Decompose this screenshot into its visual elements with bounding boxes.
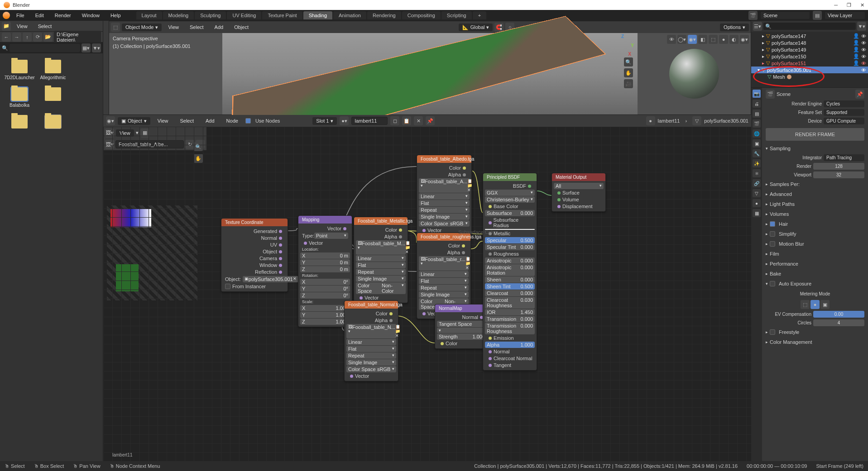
- device[interactable]: GPU Compute: [824, 118, 864, 124]
- snap-icon[interactable]: 🧲: [494, 23, 504, 32]
- breadcrumb-icon[interactable]: 🎬: [766, 90, 775, 99]
- panel-bake[interactable]: Bake: [766, 270, 864, 278]
- node-albedo[interactable]: Foosball_table_Albedo.tga Color Alpha 🖼▾…: [417, 155, 472, 236]
- folder-item[interactable]: Balabolka: [6, 87, 33, 108]
- panel-performance[interactable]: Performance: [766, 260, 864, 268]
- meter-3[interactable]: ▣: [820, 300, 830, 309]
- rtab-output[interactable]: 🖨: [753, 100, 761, 108]
- menu-window[interactable]: Window: [77, 11, 104, 19]
- folder-item[interactable]: Allegorithmic: [40, 60, 66, 80]
- close-button[interactable]: ✕: [860, 2, 864, 8]
- fb-back[interactable]: ←: [2, 33, 11, 42]
- menu-file[interactable]: File: [12, 11, 29, 19]
- orient-select[interactable]: 📐 Global ▾: [459, 24, 493, 31]
- ws-add[interactable]: +: [473, 11, 486, 19]
- ws-sculpting[interactable]: Sculpting: [195, 11, 226, 19]
- panel-film[interactable]: Film: [766, 250, 864, 258]
- folder-item[interactable]: [40, 115, 66, 135]
- ws-shading[interactable]: Shading: [303, 11, 332, 19]
- ev-comp[interactable]: 0.00: [813, 311, 864, 318]
- gizmo-icon[interactable]: ◯▾: [677, 35, 686, 44]
- scene-field[interactable]: Scene: [760, 11, 810, 19]
- rtab-physics[interactable]: ⚛: [753, 169, 761, 177]
- rtab-mesh[interactable]: ▽: [753, 189, 761, 197]
- circles[interactable]: 4: [813, 319, 864, 326]
- vp-object[interactable]: Object: [230, 23, 253, 31]
- mat-ico2[interactable]: ●: [646, 116, 655, 125]
- wire-icon[interactable]: ⬚: [709, 35, 718, 44]
- node-texcoord[interactable]: Texture Coordinate Generated Normal UV O…: [221, 218, 288, 292]
- fb-fwd[interactable]: →: [12, 33, 21, 42]
- vis-icon[interactable]: 👁: [667, 35, 676, 44]
- overlay-icon[interactable]: ◉▾: [688, 35, 697, 44]
- fb-editor-icon[interactable]: 📁: [2, 22, 11, 31]
- vp-select[interactable]: Select: [185, 23, 208, 31]
- fb-path[interactable]: D:\Eigene Dateien\: [54, 31, 101, 43]
- solid-icon[interactable]: ●: [719, 35, 728, 44]
- menu-edit[interactable]: Edit: [31, 11, 48, 19]
- meter-1[interactable]: ⬚: [801, 300, 810, 309]
- menu-render[interactable]: Render: [50, 11, 76, 19]
- outliner-mesh[interactable]: ▽ Mesh: [751, 73, 868, 80]
- slot-select[interactable]: Slot 1 ▾: [312, 117, 337, 125]
- panel-colormgmt[interactable]: Color Management: [766, 338, 864, 346]
- mode-select[interactable]: Object Mode ▾: [122, 24, 162, 31]
- panel-volumes[interactable]: Volumes: [766, 210, 864, 218]
- use-nodes-check[interactable]: [245, 118, 251, 124]
- outliner-item[interactable]: ▸ ▽ polySurface148👤 👁: [751, 39, 868, 46]
- outliner-icon[interactable]: ☰▾: [753, 22, 762, 31]
- panel-motionblur[interactable]: Motion Blur: [766, 240, 864, 248]
- panel-lightpaths[interactable]: Light Paths: [766, 200, 864, 208]
- node-principled[interactable]: Principled BSDF BSDF GGX ▾ Christensen-B…: [483, 173, 537, 371]
- node-normalmap[interactable]: NormalMap Normal Tangent Space ▾ ▾ Stren…: [435, 304, 489, 349]
- fb-refresh[interactable]: ⟳: [33, 33, 42, 42]
- folder-item[interactable]: 7D2DLauncher: [6, 60, 33, 80]
- rtab-texture[interactable]: ▦: [753, 209, 761, 217]
- matprev-icon[interactable]: ◐: [729, 35, 739, 44]
- ne-view[interactable]: View: [153, 117, 173, 125]
- fb-select[interactable]: Select: [34, 22, 57, 30]
- vp-editor-icon[interactable]: ⬚: [111, 23, 120, 32]
- rtab-material[interactable]: ●: [753, 199, 761, 207]
- maximize-button[interactable]: ❐: [847, 2, 851, 8]
- outliner-search[interactable]: [763, 23, 856, 30]
- render-samples[interactable]: 128: [813, 163, 864, 170]
- zoom-icon[interactable]: 🔍: [624, 57, 633, 67]
- fb-display[interactable]: ▦▾: [82, 43, 91, 52]
- viewport-3d[interactable]: [222, 33, 638, 114]
- rtab-object[interactable]: ▣: [753, 139, 761, 147]
- filter-icon[interactable]: ▼▾: [857, 22, 866, 31]
- ne-select[interactable]: Select: [175, 117, 198, 125]
- rtab-modifier[interactable]: 🔧: [753, 149, 761, 157]
- panel-freestyle[interactable]: Freestyle: [766, 328, 864, 336]
- outliner-item[interactable]: ▸ ▽ polySurface147👤 👁: [751, 33, 868, 39]
- outliner-item[interactable]: ▸ ▽ polySurface149👤 👁: [751, 46, 868, 53]
- meter-2[interactable]: ●: [810, 300, 820, 309]
- pin-icon[interactable]: 📌: [855, 90, 864, 99]
- node-object[interactable]: ▣ Object ▾: [118, 117, 150, 125]
- node-metallic[interactable]: Foosball_table_Metallic.tga Color Alpha …: [354, 217, 408, 303]
- fb-up[interactable]: ↑: [23, 33, 32, 42]
- blender-icon[interactable]: [3, 12, 10, 19]
- rtab-constraint[interactable]: 🔗: [753, 179, 761, 187]
- ws-compositing[interactable]: Compositing: [402, 11, 441, 19]
- ws-modeling[interactable]: Modeling: [163, 11, 194, 19]
- ws-animation[interactable]: Animation: [333, 11, 366, 19]
- node-normaltex[interactable]: Foosball_table_Normal.tga Color Alpha 🖼▾…: [344, 300, 398, 381]
- mat-new[interactable]: ◻: [390, 116, 399, 125]
- integrator[interactable]: Path Tracing: [824, 154, 864, 161]
- pan-icon[interactable]: ✋: [624, 68, 633, 77]
- camera-icon[interactable]: 🎥: [624, 79, 633, 88]
- viewport-samples[interactable]: 32: [813, 171, 864, 178]
- ne-node[interactable]: Node: [222, 117, 243, 125]
- ws-scripting[interactable]: Scripting: [441, 11, 472, 19]
- obj-ico[interactable]: ▽: [692, 116, 701, 125]
- rtab-world[interactable]: 🌐: [753, 129, 761, 138]
- xray-icon[interactable]: ◧: [698, 35, 707, 44]
- fb-search[interactable]: [10, 44, 80, 52]
- panel-advanced[interactable]: Advanced: [766, 190, 864, 198]
- panel-hair[interactable]: Hair: [766, 220, 864, 228]
- minimize-button[interactable]: ─: [834, 2, 838, 8]
- viewlayer-field[interactable]: View Layer: [825, 11, 865, 19]
- render-engine[interactable]: Cycles: [824, 100, 864, 107]
